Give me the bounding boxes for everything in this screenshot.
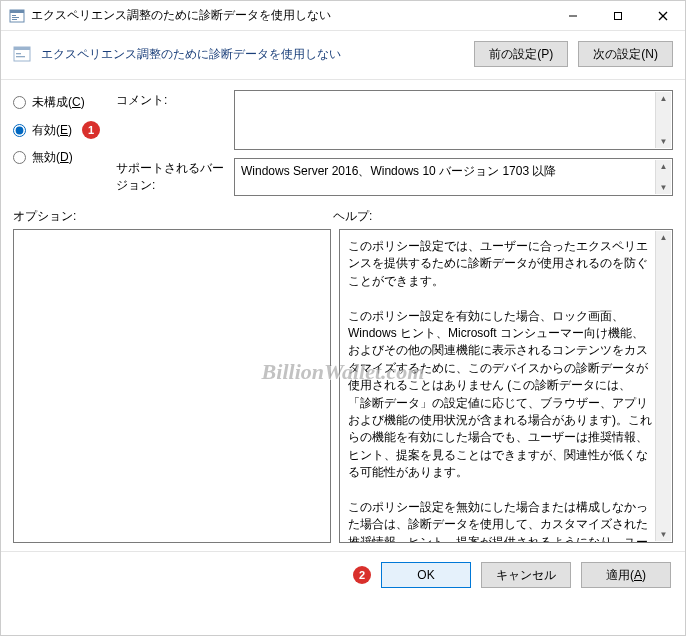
supported-textbox: Windows Server 2016、Windows 10 バージョン 170… — [234, 158, 673, 196]
close-button[interactable] — [640, 1, 685, 31]
minimize-button[interactable] — [550, 1, 595, 31]
minimize-icon — [568, 11, 578, 21]
scroll-down-icon: ▼ — [660, 181, 668, 194]
state-column: 未構成(C) 有効(E) 1 無効(D) — [13, 90, 108, 196]
svg-rect-1 — [10, 10, 24, 13]
ok-button[interactable]: OK — [381, 562, 471, 588]
help-scrollbar[interactable]: ▲ ▼ — [655, 231, 671, 541]
svg-rect-12 — [16, 56, 25, 57]
supported-label: サポートされるバージョン: — [116, 158, 226, 194]
options-label: オプション: — [13, 208, 333, 225]
scroll-up-icon: ▲ — [660, 231, 668, 244]
svg-rect-11 — [16, 53, 21, 54]
close-icon — [658, 11, 668, 21]
policy-icon — [9, 8, 25, 24]
scroll-up-icon: ▲ — [660, 92, 668, 105]
annotation-bubble-2: 2 — [353, 566, 371, 584]
help-text: このポリシー設定では、ユーザーに合ったエクスペリエンスを提供するために診断データ… — [348, 238, 652, 543]
svg-rect-4 — [12, 19, 17, 20]
radio-disabled-label: 無効(D) — [32, 149, 73, 166]
config-area: 未構成(C) 有効(E) 1 無効(D) コメント: ▲ ▼ サポートされるバー… — [1, 80, 685, 202]
comment-label: コメント: — [116, 90, 226, 109]
radio-not-configured[interactable]: 未構成(C) — [13, 94, 108, 111]
comment-column: コメント: ▲ ▼ サポートされるバージョン: Windows Server 2… — [116, 90, 673, 196]
next-setting-button[interactable]: 次の設定(N) — [578, 41, 673, 67]
help-pane: このポリシー設定では、ユーザーに合ったエクスペリエンスを提供するために診断データ… — [339, 229, 673, 543]
radio-not-configured-input[interactable] — [13, 96, 26, 109]
cancel-button[interactable]: キャンセル — [481, 562, 571, 588]
maximize-icon — [613, 11, 623, 21]
maximize-button[interactable] — [595, 1, 640, 31]
svg-rect-2 — [12, 15, 16, 16]
radio-enabled-label: 有効(E) — [32, 122, 72, 139]
supported-value: Windows Server 2016、Windows 10 バージョン 170… — [241, 164, 556, 178]
panes: このポリシー設定では、ユーザーに合ったエクスペリエンスを提供するために診断データ… — [1, 229, 685, 551]
policy-title: エクスペリエンス調整のために診断データを使用しない — [41, 46, 464, 63]
section-labels: オプション: ヘルプ: — [1, 202, 685, 229]
radio-enabled[interactable]: 有効(E) 1 — [13, 121, 108, 139]
footer: 2 OK キャンセル 適用(A) — [1, 551, 685, 598]
comment-textbox[interactable]: ▲ ▼ — [234, 90, 673, 150]
scroll-down-icon: ▼ — [660, 528, 668, 541]
radio-enabled-input[interactable] — [13, 124, 26, 137]
options-pane — [13, 229, 331, 543]
scroll-up-icon: ▲ — [660, 160, 668, 173]
scroll-down-icon: ▼ — [660, 135, 668, 148]
annotation-bubble-1: 1 — [82, 121, 100, 139]
help-label: ヘルプ: — [333, 208, 372, 225]
policy-item-icon — [13, 45, 31, 63]
titlebar: エクスペリエンス調整のために診断データを使用しない — [1, 1, 685, 31]
radio-not-configured-label: 未構成(C) — [32, 94, 85, 111]
comment-scrollbar[interactable]: ▲ ▼ — [655, 92, 671, 148]
svg-rect-10 — [14, 47, 30, 50]
apply-button[interactable]: 適用(A) — [581, 562, 671, 588]
radio-disabled-input[interactable] — [13, 151, 26, 164]
svg-rect-6 — [614, 12, 621, 19]
radio-disabled[interactable]: 無効(D) — [13, 149, 108, 166]
supported-scrollbar[interactable]: ▲ ▼ — [655, 160, 671, 194]
svg-rect-3 — [12, 17, 19, 18]
previous-setting-button[interactable]: 前の設定(P) — [474, 41, 568, 67]
header: エクスペリエンス調整のために診断データを使用しない 前の設定(P) 次の設定(N… — [1, 31, 685, 80]
window-title: エクスペリエンス調整のために診断データを使用しない — [31, 7, 550, 24]
